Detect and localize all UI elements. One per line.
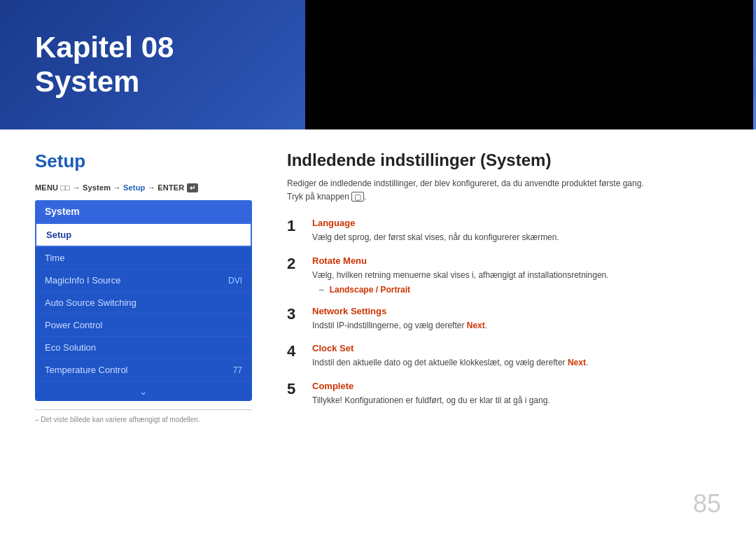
menu-item-time[interactable]: Time <box>35 247 252 269</box>
step-5-number: 5 <box>287 381 302 397</box>
steps-list: 1 Language Vælg det sprog, der først ska… <box>287 218 721 407</box>
main-content: Setup MENU □□ → System → Setup → ENTER ↵… <box>0 129 756 534</box>
step-2-options: Landscape / Portrait <box>330 285 410 295</box>
header-title: Kapitel 08 System <box>35 31 174 99</box>
header-banner: Kapitel 08 System <box>0 0 756 129</box>
menu-item-temp[interactable]: Temperature Control 77 <box>35 359 252 381</box>
menu-item-temp-label: Temperature Control <box>45 365 128 375</box>
step-4-number: 4 <box>287 344 302 359</box>
step-2-label: Rotate Menu <box>312 255 721 266</box>
content-title: Indledende indstillinger (System) <box>287 150 721 170</box>
step-2-number: 2 <box>287 256 302 272</box>
step-2: 2 Rotate Menu Vælg, hvilken retning menu… <box>287 255 721 295</box>
svg-rect-2 <box>305 0 753 129</box>
menu-item-setup[interactable]: Setup <box>35 223 252 247</box>
intro-line2: Tryk på knappen ▢. <box>287 192 367 202</box>
step-3: 3 Network Settings Indstil IP-indstillin… <box>287 306 721 332</box>
menu-header: System <box>35 200 252 223</box>
menu-item-auto-source[interactable]: Auto Source Switching <box>35 292 252 314</box>
step-5-desc: Tillykke! Konfigurationen er fuldført, o… <box>312 394 721 407</box>
step-5: 5 Complete Tillykke! Konfigurationen er … <box>287 381 721 407</box>
step-5-body: Complete Tillykke! Konfigurationen er fu… <box>312 381 721 407</box>
step-4-highlight: Next <box>568 358 586 367</box>
menu-item-magicinfo-label: MagicInfo I Source <box>45 275 120 286</box>
menu-item-setup-label: Setup <box>46 230 71 240</box>
system-label: System <box>35 65 139 98</box>
step-4-desc: Indstil den aktuelle dato og det aktuell… <box>312 356 721 370</box>
step-2-dash: – <box>319 285 324 295</box>
system-menu: System Setup Time MagicInfo I Source DVI… <box>35 200 252 401</box>
right-column: Indledende indstillinger (System) Redige… <box>287 150 721 520</box>
step-1-desc: Vælg det sprog, der først skal vises, nå… <box>312 231 721 244</box>
step-1-label: Language <box>312 218 721 228</box>
section-title: Setup <box>35 150 252 172</box>
step-1: 1 Language Vælg det sprog, der først ska… <box>287 218 721 244</box>
step-2-sub: – Landscape / Portrait <box>312 285 721 295</box>
step-1-number: 1 <box>287 218 302 234</box>
menu-path: MENU □□ → System → Setup → ENTER ↵ <box>35 183 252 192</box>
step-4-body: Clock Set Indstil den aktuelle dato og d… <box>312 343 721 370</box>
step-1-body: Language Vælg det sprog, der først skal … <box>312 218 721 244</box>
step-5-label: Complete <box>312 381 721 391</box>
step-3-label: Network Settings <box>312 306 721 316</box>
step-2-body: Rotate Menu Vælg, hvilken retning menuer… <box>312 255 721 295</box>
menu-item-eco-label: Eco Solution <box>45 342 96 353</box>
menu-item-magicinfo[interactable]: MagicInfo I Source DVI <box>35 269 252 292</box>
menu-item-power-control[interactable]: Power Control <box>35 314 252 337</box>
menu-chevron-down[interactable]: ⌄ <box>35 381 252 401</box>
step-4-label: Clock Set <box>312 343 721 353</box>
content-intro: Rediger de indledende indstillinger, der… <box>287 177 721 204</box>
menu-item-temp-badge: 77 <box>233 365 242 375</box>
step-2-desc: Vælg, hvilken retning menuerne skal vise… <box>312 269 721 282</box>
intro-line1: Rediger de indledende indstillinger, der… <box>287 178 644 188</box>
menu-item-time-label: Time <box>45 253 64 263</box>
step-3-number: 3 <box>287 307 302 322</box>
menu-item-magicinfo-badge: DVI <box>228 276 242 286</box>
menu-item-eco[interactable]: Eco Solution <box>35 337 252 359</box>
step-3-highlight: Next <box>467 321 485 330</box>
menu-item-auto-source-label: Auto Source Switching <box>45 297 136 308</box>
page-number: 85 <box>693 489 721 519</box>
step-3-body: Network Settings Indstil IP-indstillinge… <box>312 306 721 332</box>
chapter-label: Kapitel 08 <box>35 31 174 64</box>
menu-item-power-control-label: Power Control <box>45 320 102 330</box>
step-3-desc: Indstil IP-indstillingerne, og vælg dere… <box>312 319 721 332</box>
step-4: 4 Clock Set Indstil den aktuelle dato og… <box>287 343 721 370</box>
left-column: Setup MENU □□ → System → Setup → ENTER ↵… <box>35 150 252 520</box>
footnote: – Det viste billede kan variere afhængig… <box>35 409 252 423</box>
